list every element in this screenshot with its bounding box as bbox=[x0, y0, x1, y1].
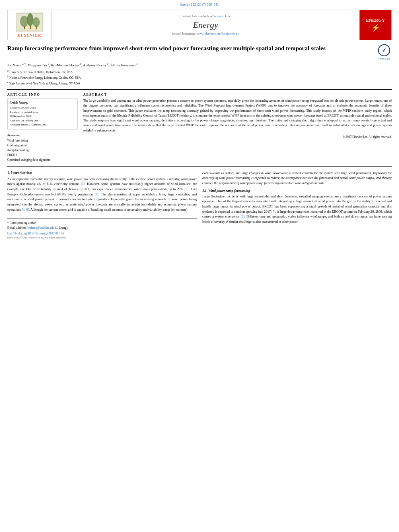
journal-info-center: Contents lists available at ScienceDirec… bbox=[52, 10, 359, 40]
author-sup-b2: b bbox=[107, 62, 109, 66]
aff-sup-b: b bbox=[7, 75, 8, 78]
affiliation-b: b National Renewable Energy Laboratory, … bbox=[7, 74, 392, 80]
author-sup-c: c bbox=[136, 62, 138, 66]
article-history-box: Article history: Received 29 June 2016 R… bbox=[7, 99, 78, 129]
svg-rect-7 bbox=[36, 26, 37, 29]
italic-forecasting-sentence: Improving the accuracy of wind power for… bbox=[202, 171, 392, 185]
elsevier-logo: ELSEVIER bbox=[16, 12, 43, 37]
affiliation-a: a University of Texas at Dallas, Richard… bbox=[7, 69, 392, 74]
keyword-5: Optimized swinging door algorithm bbox=[7, 158, 78, 162]
article-area: Ramp forecasting performance from improv… bbox=[7, 44, 392, 162]
affiliation-c: c State University of New York at Albany… bbox=[7, 80, 392, 86]
crossmark-icon: ✓ bbox=[378, 44, 390, 56]
journal-name: Energy bbox=[193, 20, 218, 30]
footnote-area: * Corresponding author. E-mail address: … bbox=[7, 218, 197, 239]
footnote-email-line: E-mail address: jiezhang@utdallas.edu (J… bbox=[7, 226, 197, 230]
ref-7[interactable]: [7] bbox=[271, 210, 276, 214]
keywords-title: Keywords: bbox=[7, 134, 78, 137]
intro-heading: 1. Introduction bbox=[7, 171, 197, 175]
footnote-email-name: (J. Zhang). bbox=[55, 226, 68, 230]
title-section: Ramp forecasting performance from improv… bbox=[7, 44, 392, 60]
ref-2[interactable]: [2] bbox=[185, 187, 189, 191]
energy-badge-text: ENERGY bbox=[366, 18, 385, 23]
aff-sup-c: c bbox=[7, 80, 8, 83]
intro-paragraph1: As an important renewable energy resourc… bbox=[7, 177, 197, 213]
affiliation-c-text: State University of New York at Albany, … bbox=[9, 82, 80, 85]
svg-point-2 bbox=[20, 16, 28, 27]
copyright-line: © 2017 Elsevier Ltd. All rights reserved… bbox=[83, 135, 392, 139]
contents-text: Contents lists available at bbox=[180, 14, 213, 18]
article-history-title: Article history: bbox=[10, 101, 75, 105]
intro-title: Introduction bbox=[11, 171, 32, 175]
main-content: 1. Introduction As an important renewabl… bbox=[7, 171, 392, 239]
elsevier-logo-area: ELSEVIER bbox=[8, 10, 52, 40]
email-label: E-mail address: bbox=[7, 226, 26, 230]
energy-badge-area: ENERGY ⚡ bbox=[359, 10, 391, 40]
affiliation-b-text: National Renewable Energy Laboratory, Go… bbox=[9, 76, 81, 80]
svg-point-3 bbox=[27, 13, 33, 26]
energy-badge: ENERGY ⚡ bbox=[364, 16, 387, 34]
abstract-section: ABSTRACT The large variability and uncer… bbox=[83, 93, 392, 139]
journal-reference-bar: Energy 122 (2017) 528–541 bbox=[0, 0, 399, 7]
accepted-date: Accepted 20 January 2017 bbox=[10, 119, 75, 123]
footnote-email-link[interactable]: jiezhang@utdallas.edu bbox=[27, 226, 54, 230]
sciencedirect-link[interactable]: ScienceDirect bbox=[214, 14, 232, 18]
revised-date: 28 November 2016 bbox=[10, 114, 75, 119]
intro-paragraph2: events—such as sudden and large changes … bbox=[202, 171, 392, 186]
keyword-4: ERCOT bbox=[7, 153, 78, 158]
homepage-label-text: journal homepage: bbox=[172, 32, 196, 35]
contents-line: Contents lists available at ScienceDirec… bbox=[180, 14, 232, 18]
ref-4-6[interactable]: [4–6] bbox=[22, 208, 29, 212]
crossmark-area: ✓ CrossMark bbox=[376, 44, 392, 60]
homepage-url[interactable]: www.elsevier.com/locate/energy bbox=[197, 32, 239, 35]
elsevier-wordmark: ELSEVIER bbox=[18, 33, 41, 37]
article-info-label: ARTICLE INFO bbox=[7, 93, 78, 97]
subsection-title: Wind power ramp forecasting bbox=[208, 189, 250, 193]
authors-line: Jie Zhang a,*, Mingjian Cui a, Bri-Mathi… bbox=[7, 62, 392, 67]
affiliation-a-text: University of Texas at Dallas, Richardso… bbox=[9, 70, 73, 74]
crossmark-label: CrossMark bbox=[378, 57, 390, 60]
ref-1[interactable]: [1] bbox=[81, 182, 85, 186]
abstract-text: The large variability and uncertainty in… bbox=[83, 99, 392, 133]
main-left: 1. Introduction As an important renewabl… bbox=[7, 171, 197, 239]
received-date: Received 29 June 2016 bbox=[10, 106, 75, 110]
intro-paragraph3: Large fluctuation incidents with large m… bbox=[202, 194, 392, 225]
ref-3[interactable]: [3] bbox=[95, 193, 99, 196]
issn-line: 0360-5442/© 2017 Elsevier Ltd. All right… bbox=[7, 236, 197, 239]
intro-number: 1. bbox=[7, 171, 10, 175]
article-title: Ramp forecasting performance from improv… bbox=[7, 44, 372, 52]
left-column: ARTICLE INFO Article history: Received 2… bbox=[7, 93, 78, 162]
subsection-number: 1.1. bbox=[202, 189, 208, 193]
page: Energy 122 (2017) 528–541 ELSEVIER bbox=[0, 0, 399, 532]
svg-rect-5 bbox=[24, 26, 25, 29]
affiliations: a University of Texas at Dallas, Richard… bbox=[7, 69, 392, 86]
article-info-section: ARTICLE INFO Article history: Received 2… bbox=[7, 93, 78, 129]
journal-ref-text: Energy 122 (2017) 528–541 bbox=[180, 2, 219, 6]
svg-point-4 bbox=[33, 17, 40, 27]
right-column: ABSTRACT The large variability and uncer… bbox=[83, 93, 392, 162]
lightning-icon: ⚡ bbox=[366, 23, 385, 32]
received-revised-label: Received in revised form bbox=[10, 110, 75, 115]
main-right: events—such as sudden and large changes … bbox=[202, 171, 392, 239]
aff-sup-a: a bbox=[7, 69, 8, 72]
available-date: Available online 24 January 2017 bbox=[10, 123, 75, 127]
author-sup-b: b bbox=[80, 62, 81, 66]
abstract-label: ABSTRACT bbox=[83, 93, 392, 97]
keyword-3: Ramp forecasting bbox=[7, 148, 78, 153]
homepage-line: journal homepage: www.elsevier.com/locat… bbox=[172, 32, 239, 35]
author-sup-a2: a bbox=[48, 62, 49, 66]
keyword-1: Wind forecasting bbox=[7, 138, 78, 143]
keywords-section: Keywords: Wind forecasting Grid integrat… bbox=[7, 134, 78, 162]
two-col-section: ARTICLE INFO Article history: Received 2… bbox=[7, 89, 392, 162]
journal-header: ELSEVIER Contents lists available at Sci… bbox=[7, 10, 392, 40]
elsevier-tree-icon bbox=[16, 12, 43, 32]
footnote-corresponding: * Corresponding author. bbox=[7, 221, 197, 225]
doi-line[interactable]: http://dx.doi.org/10.1016/j.energy.2017.… bbox=[7, 232, 197, 235]
svg-rect-6 bbox=[30, 26, 31, 29]
section-divider bbox=[7, 166, 392, 167]
keyword-2: Grid integration bbox=[7, 143, 78, 148]
ref-8[interactable]: [8] bbox=[241, 215, 245, 218]
subsection-heading: 1.1. Wind power ramp forecasting bbox=[202, 189, 392, 193]
author-sup-a: a,* bbox=[23, 62, 26, 66]
